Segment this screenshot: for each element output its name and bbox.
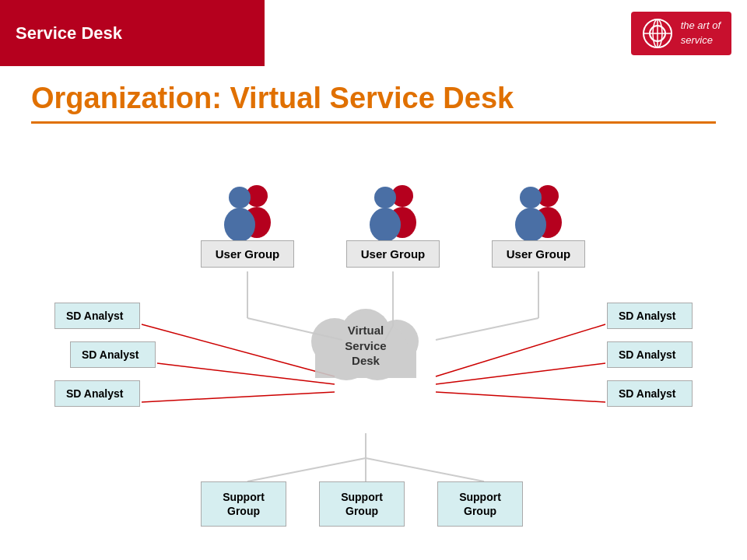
user-group-icon-2 [362,182,424,240]
header-red-section: Service Desk [0,0,265,66]
header-title: Service Desk [16,23,122,44]
svg-line-14 [366,458,484,481]
logo-box: the art of service [631,12,731,55]
header: Service Desk the art of service [0,0,747,66]
header-logo-section: the art of service [265,0,747,66]
user-group-icon-3 [507,182,570,240]
svg-point-23 [229,187,251,208]
user-group-box-3: User Group [492,240,585,268]
support-group-box-2: Support Group [319,481,405,527]
svg-line-10 [436,318,538,340]
svg-line-20 [436,392,605,402]
svg-point-28 [370,208,401,240]
sd-analyst-left-2: SD Analyst [70,341,156,368]
user-group-icon-1 [216,182,279,240]
sd-analyst-right-1: SD Analyst [607,303,693,329]
svg-point-24 [224,208,255,240]
diagram: User Group User Group User Group SD Anal… [31,147,716,559]
support-group-box-3: Support Group [437,481,523,527]
page-title: Organization: Virtual Service Desk [31,82,716,124]
logo-icon [642,18,673,49]
cloud-label: Virtual Service Desk [345,323,386,369]
svg-point-32 [515,208,546,240]
sd-analyst-left-1: SD Analyst [54,303,140,329]
sd-analyst-left-3: SD Analyst [54,380,140,407]
user-group-box-2: User Group [346,240,440,268]
svg-line-19 [436,363,605,384]
cloud-container: Virtual Service Desk [296,291,436,400]
svg-point-27 [374,187,396,208]
svg-line-18 [436,324,605,376]
support-group-box-1: Support Group [201,481,286,527]
sd-analyst-right-3: SD Analyst [607,380,693,407]
sd-analyst-right-2: SD Analyst [607,341,693,368]
svg-point-31 [520,187,542,208]
user-group-box-1: User Group [201,240,294,268]
main-content: Organization: Virtual Service Desk [0,66,747,560]
logo-text: the art of service [681,19,721,47]
svg-line-12 [247,458,366,481]
